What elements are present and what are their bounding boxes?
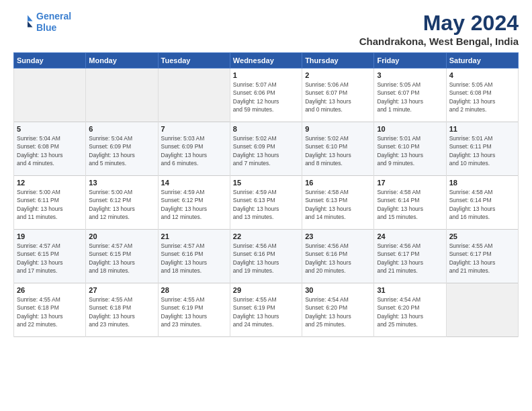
- day-info: Sunrise: 5:06 AM Sunset: 6:07 PM Dayligh…: [305, 81, 371, 113]
- day-cell: 1Sunrise: 5:07 AM Sunset: 6:06 PM Daylig…: [230, 68, 302, 122]
- day-info: Sunrise: 4:56 AM Sunset: 6:16 PM Dayligh…: [233, 242, 299, 275]
- day-cell: 17Sunrise: 4:58 AM Sunset: 6:14 PM Dayli…: [374, 176, 446, 230]
- day-info: Sunrise: 4:57 AM Sunset: 6:16 PM Dayligh…: [161, 242, 227, 275]
- day-cell: 21Sunrise: 4:57 AM Sunset: 6:16 PM Dayli…: [158, 230, 230, 283]
- weekday-header-wednesday: Wednesday: [230, 53, 302, 68]
- day-cell: 6Sunrise: 5:04 AM Sunset: 6:09 PM Daylig…: [86, 122, 158, 176]
- day-cell: 29Sunrise: 4:55 AM Sunset: 6:19 PM Dayli…: [230, 283, 302, 337]
- day-info: Sunrise: 4:55 AM Sunset: 6:19 PM Dayligh…: [161, 295, 227, 328]
- day-number: 22: [233, 232, 299, 240]
- day-info: Sunrise: 4:56 AM Sunset: 6:17 PM Dayligh…: [377, 242, 443, 275]
- day-cell: 13Sunrise: 5:00 AM Sunset: 6:12 PM Dayli…: [86, 176, 158, 230]
- day-number: 10: [377, 125, 443, 133]
- week-row-4: 26Sunrise: 4:55 AM Sunset: 6:18 PM Dayli…: [14, 283, 519, 337]
- week-row-2: 12Sunrise: 5:00 AM Sunset: 6:11 PM Dayli…: [14, 176, 519, 230]
- day-info: Sunrise: 4:58 AM Sunset: 6:14 PM Dayligh…: [449, 188, 515, 221]
- day-number: 8: [233, 125, 299, 133]
- location: Chandrakona, West Bengal, India: [359, 36, 519, 47]
- logo-line1: General: [36, 11, 71, 21]
- page: General Blue May 2024 Chandrakona, West …: [0, 0, 532, 344]
- day-number: 24: [377, 232, 443, 240]
- weekday-header-row: SundayMondayTuesdayWednesdayThursdayFrid…: [14, 53, 519, 68]
- logo-icon: [13, 12, 34, 32]
- day-info: Sunrise: 4:59 AM Sunset: 6:12 PM Dayligh…: [161, 188, 227, 221]
- day-info: Sunrise: 5:04 AM Sunset: 6:08 PM Dayligh…: [17, 134, 83, 167]
- day-cell: 25Sunrise: 4:55 AM Sunset: 6:17 PM Dayli…: [446, 230, 518, 283]
- day-info: Sunrise: 4:55 AM Sunset: 6:17 PM Dayligh…: [449, 242, 515, 275]
- day-number: 6: [89, 125, 154, 133]
- month-title: May 2024: [359, 11, 519, 36]
- day-info: Sunrise: 5:02 AM Sunset: 6:09 PM Dayligh…: [233, 134, 299, 167]
- day-number: 28: [161, 286, 227, 294]
- day-cell: 30Sunrise: 4:54 AM Sunset: 6:20 PM Dayli…: [302, 283, 374, 337]
- day-info: Sunrise: 4:57 AM Sunset: 6:15 PM Dayligh…: [17, 242, 83, 275]
- day-number: 26: [17, 286, 83, 294]
- day-number: 4: [449, 71, 515, 79]
- day-info: Sunrise: 4:59 AM Sunset: 6:13 PM Dayligh…: [233, 188, 299, 221]
- svg-marker-1: [28, 21, 33, 27]
- day-number: 2: [305, 71, 371, 79]
- logo: General Blue: [13, 11, 71, 34]
- day-cell: 2Sunrise: 5:06 AM Sunset: 6:07 PM Daylig…: [302, 68, 374, 122]
- day-number: 13: [89, 179, 154, 187]
- day-cell: 26Sunrise: 4:55 AM Sunset: 6:18 PM Dayli…: [14, 283, 86, 337]
- day-info: Sunrise: 5:00 AM Sunset: 6:11 PM Dayligh…: [17, 188, 83, 221]
- day-cell: [14, 68, 86, 122]
- logo-line2: Blue: [36, 22, 56, 33]
- day-number: 11: [449, 125, 515, 133]
- day-cell: 24Sunrise: 4:56 AM Sunset: 6:17 PM Dayli…: [374, 230, 446, 283]
- day-cell: 15Sunrise: 4:59 AM Sunset: 6:13 PM Dayli…: [230, 176, 302, 230]
- day-info: Sunrise: 4:55 AM Sunset: 6:18 PM Dayligh…: [17, 295, 83, 328]
- day-number: 5: [17, 125, 83, 133]
- day-number: 1: [233, 71, 299, 79]
- day-cell: 7Sunrise: 5:03 AM Sunset: 6:09 PM Daylig…: [158, 122, 230, 176]
- day-number: 3: [377, 71, 443, 79]
- day-number: 16: [305, 179, 371, 187]
- day-cell: 4Sunrise: 5:05 AM Sunset: 6:08 PM Daylig…: [446, 68, 518, 122]
- day-cell: [86, 68, 158, 122]
- day-cell: 31Sunrise: 4:54 AM Sunset: 6:20 PM Dayli…: [374, 283, 446, 337]
- day-number: 20: [89, 232, 154, 240]
- day-cell: [158, 68, 230, 122]
- weekday-header-thursday: Thursday: [302, 53, 374, 68]
- day-number: 31: [377, 286, 443, 294]
- day-number: 12: [17, 179, 83, 187]
- day-number: 30: [305, 286, 371, 294]
- day-number: 25: [449, 232, 515, 240]
- day-info: Sunrise: 5:01 AM Sunset: 6:11 PM Dayligh…: [449, 134, 515, 167]
- day-cell: 27Sunrise: 4:55 AM Sunset: 6:18 PM Dayli…: [86, 283, 158, 337]
- day-info: Sunrise: 5:00 AM Sunset: 6:12 PM Dayligh…: [89, 188, 154, 221]
- day-info: Sunrise: 5:02 AM Sunset: 6:10 PM Dayligh…: [305, 134, 371, 167]
- svg-marker-0: [28, 15, 33, 21]
- day-cell: 16Sunrise: 4:58 AM Sunset: 6:13 PM Dayli…: [302, 176, 374, 230]
- day-cell: 11Sunrise: 5:01 AM Sunset: 6:11 PM Dayli…: [446, 122, 518, 176]
- week-row-1: 5Sunrise: 5:04 AM Sunset: 6:08 PM Daylig…: [14, 122, 519, 176]
- day-number: 29: [233, 286, 299, 294]
- day-number: 18: [449, 179, 515, 187]
- day-info: Sunrise: 5:04 AM Sunset: 6:09 PM Dayligh…: [89, 134, 154, 167]
- day-info: Sunrise: 4:56 AM Sunset: 6:16 PM Dayligh…: [305, 242, 371, 275]
- day-number: 15: [233, 179, 299, 187]
- day-number: 7: [161, 125, 227, 133]
- day-info: Sunrise: 5:05 AM Sunset: 6:07 PM Dayligh…: [377, 81, 443, 113]
- day-number: 9: [305, 125, 371, 133]
- day-cell: [446, 283, 518, 337]
- day-cell: 10Sunrise: 5:01 AM Sunset: 6:10 PM Dayli…: [374, 122, 446, 176]
- weekday-header-saturday: Saturday: [446, 53, 518, 68]
- day-info: Sunrise: 4:55 AM Sunset: 6:19 PM Dayligh…: [233, 295, 299, 328]
- day-cell: 28Sunrise: 4:55 AM Sunset: 6:19 PM Dayli…: [158, 283, 230, 337]
- day-cell: 22Sunrise: 4:56 AM Sunset: 6:16 PM Dayli…: [230, 230, 302, 283]
- day-cell: 14Sunrise: 4:59 AM Sunset: 6:12 PM Dayli…: [158, 176, 230, 230]
- day-info: Sunrise: 4:58 AM Sunset: 6:13 PM Dayligh…: [305, 188, 371, 221]
- day-number: 17: [377, 179, 443, 187]
- calendar-table: SundayMondayTuesdayWednesdayThursdayFrid…: [13, 52, 519, 337]
- weekday-header-tuesday: Tuesday: [158, 53, 230, 68]
- day-info: Sunrise: 4:55 AM Sunset: 6:18 PM Dayligh…: [89, 295, 154, 328]
- day-cell: 20Sunrise: 4:57 AM Sunset: 6:15 PM Dayli…: [86, 230, 158, 283]
- day-info: Sunrise: 5:07 AM Sunset: 6:06 PM Dayligh…: [233, 81, 299, 113]
- day-cell: 9Sunrise: 5:02 AM Sunset: 6:10 PM Daylig…: [302, 122, 374, 176]
- logo-text: General Blue: [36, 11, 71, 34]
- day-cell: 5Sunrise: 5:04 AM Sunset: 6:08 PM Daylig…: [14, 122, 86, 176]
- day-cell: 23Sunrise: 4:56 AM Sunset: 6:16 PM Dayli…: [302, 230, 374, 283]
- day-info: Sunrise: 5:05 AM Sunset: 6:08 PM Dayligh…: [449, 81, 515, 113]
